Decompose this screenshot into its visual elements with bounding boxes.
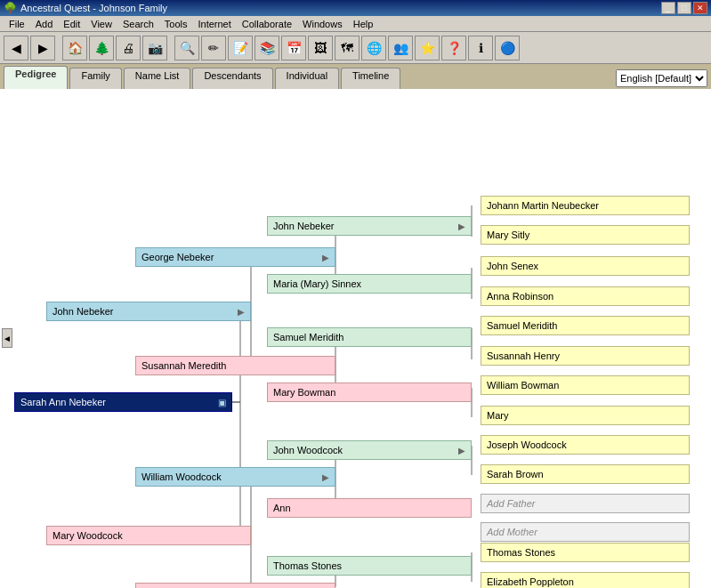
book-button[interactable]: 📚 [255, 36, 279, 60]
menu-internet[interactable]: Internet [192, 18, 236, 30]
forward-button[interactable]: ▶ [30, 36, 55, 60]
pedigree-chart: ◄ Sarah Ann Nebeker ▣ John Nebeker ▶ Mar… [0, 89, 711, 588]
person-name-william-woo: William Woodcock [141, 471, 222, 482]
toolbar: ◀ ▶ 🏠 🌲 🖨 📷 🔍 ✏ 📝 📚 📅 🖼 🗺 🌐 👥 ⭐ ❓ ℹ 🔵 [0, 32, 711, 64]
person-name-mary-woo: Mary Woodcock [53, 530, 123, 541]
help-button2[interactable]: ❓ [441, 36, 466, 60]
title-bar-icon: 🌳 [4, 2, 17, 14]
person-name-samuel-mer: Samuel Meridith [273, 332, 343, 342]
menu-windows[interactable]: Windows [297, 18, 348, 30]
person-name-maria-sin: Maria (Mary) Sinnex [273, 278, 361, 289]
person-name-johann-neu: Johann Martin Neubecker [487, 200, 599, 211]
person-thomas-sto[interactable]: Thomas Stones [267, 556, 472, 576]
person-name-john-sen: John Senex [487, 261, 538, 271]
person-name-john-neb: John Nebeker [53, 306, 114, 317]
person-maria-sin[interactable]: Maria (Mary) Sinnex [267, 274, 472, 294]
person-mary[interactable]: Mary [481, 406, 690, 425]
menu-file[interactable]: File [4, 18, 30, 30]
expand-indicator: ▣ [218, 398, 226, 407]
person-name-susannah-mer: Susannah Meredith [141, 360, 226, 371]
tab-timeline[interactable]: Timeline [341, 68, 400, 89]
person-susannah-hen[interactable]: Susannah Henry [481, 346, 690, 366]
tab-descendants[interactable]: Descendants [192, 68, 272, 89]
person-name-joseph-woo: Joseph Woodcock [487, 439, 567, 450]
menu-view[interactable]: View [85, 18, 117, 30]
person-susannah-mer[interactable]: Susannah Meredith [135, 356, 335, 375]
person-name-thomas-sto2: Thomas Stones [487, 547, 555, 558]
main-content: ◄ Sarah Ann Nebeker ▣ John Nebeker ▶ Mar… [0, 89, 711, 588]
person-johann-neu[interactable]: Johann Martin Neubecker [481, 196, 690, 215]
person-mary-bow[interactable]: Mary Bowman [267, 383, 472, 402]
menu-help[interactable]: Help [348, 18, 379, 30]
person-john-woo[interactable]: John Woodcock ▶ [267, 440, 472, 460]
person-william-bow[interactable]: William Bowman [481, 375, 690, 395]
close-button[interactable]: ✕ [693, 2, 707, 14]
person-name-samuel-mer2: Samuel Meridith [487, 320, 557, 331]
tab-family[interactable]: Family [69, 68, 121, 89]
person-george-neb[interactable]: George Nebeker ▶ [135, 247, 335, 267]
search-button[interactable]: 🔍 [174, 36, 199, 60]
person-joseph-woo[interactable]: Joseph Woodcock [481, 435, 690, 455]
person-mary-sit[interactable]: Mary Sitly [481, 225, 690, 245]
menu-tools[interactable]: Tools [159, 18, 193, 30]
nav-left-arrow[interactable]: ◄ [2, 328, 12, 348]
pedigree-inner: ◄ Sarah Ann Nebeker ▣ John Nebeker ▶ Mar… [0, 89, 703, 587]
info-button[interactable]: ℹ [468, 36, 493, 60]
note-button[interactable]: 📝 [228, 36, 253, 60]
person-name-sarah: Sarah Ann Nebeker [20, 397, 106, 407]
person-name-elizabeth-pop: Elizabeth Poppleton [487, 576, 574, 587]
title-bar: 🌳 Ancestral Quest - Johnson Family _ □ ✕ [0, 0, 711, 16]
edit-button[interactable]: ✏ [201, 36, 226, 60]
person-sarah-bro[interactable]: Sarah Brown [481, 464, 690, 484]
title-bar-controls: _ □ ✕ [661, 2, 707, 14]
menu-add[interactable]: Add [30, 18, 59, 30]
person-samuel-mer[interactable]: Samuel Meridith [267, 327, 472, 347]
person-samuel-mer2[interactable]: Samuel Meridith [481, 316, 690, 335]
calendar-button[interactable]: 📅 [281, 36, 306, 60]
menu-bar: File Add Edit View Search Tools Internet… [0, 16, 711, 32]
person-name-susannah-hen: Susannah Henry [487, 350, 560, 361]
person-name-william-bow: William Bowman [487, 380, 559, 391]
person-add-father1[interactable]: Add Father [481, 494, 690, 513]
home-button[interactable]: 🏠 [62, 36, 87, 60]
camera-button[interactable]: 📷 [142, 36, 167, 60]
tree-button[interactable]: 🌲 [89, 36, 114, 60]
add-father1-label: Add Father [487, 498, 535, 509]
menu-edit[interactable]: Edit [58, 18, 85, 30]
tab-namelist[interactable]: Name List [124, 68, 191, 89]
title-bar-text: Ancestral Quest - Johnson Family [20, 3, 167, 13]
map-button[interactable]: 🗺 [335, 36, 360, 60]
language-select[interactable]: English [Default] [616, 69, 707, 87]
person-john-neb2[interactable]: John Nebeker ▶ [267, 216, 472, 236]
print-button[interactable]: 🖨 [116, 36, 141, 60]
person-john-neb[interactable]: John Nebeker ▶ [46, 302, 251, 321]
back-button[interactable]: ◀ [4, 36, 28, 60]
person-thomas-sto2[interactable]: Thomas Stones [481, 543, 690, 562]
tab-bar: Pedigree Family Name List Descendants In… [0, 64, 711, 89]
person-john-sen[interactable]: John Senex [481, 256, 690, 276]
globe-button[interactable]: 🔵 [495, 36, 520, 60]
internet-button[interactable]: 🌐 [361, 36, 386, 60]
person-mary-woo[interactable]: Mary Woodcock [46, 526, 251, 545]
star-button[interactable]: ⭐ [415, 36, 440, 60]
person-sarah[interactable]: Sarah Ann Nebeker ▣ [14, 392, 232, 412]
person-name-thomas-sto: Thomas Stones [273, 560, 342, 571]
media-button[interactable]: 🖼 [308, 36, 333, 60]
person-name-mary-bow: Mary Bowman [273, 387, 335, 398]
minimize-button[interactable]: _ [661, 2, 675, 14]
menu-collaborate[interactable]: Collaborate [237, 18, 297, 30]
person-ann[interactable]: Ann [267, 498, 472, 518]
person-name-john-neb2: John Nebeker [273, 221, 335, 231]
add-mother1-label: Add Mother [487, 527, 537, 537]
people-button[interactable]: 👥 [388, 36, 413, 60]
person-hannah-sto[interactable]: Hannah Stones [135, 583, 335, 588]
tab-individual[interactable]: Individual [275, 68, 339, 89]
tab-pedigree[interactable]: Pedigree [4, 66, 68, 89]
maximize-button[interactable]: □ [677, 2, 691, 14]
menu-search[interactable]: Search [117, 18, 159, 30]
person-add-mother1[interactable]: Add Mother [481, 522, 690, 542]
person-name-anna-rob: Anna Robinson [487, 291, 553, 302]
person-anna-rob[interactable]: Anna Robinson [481, 286, 690, 306]
person-william-woo[interactable]: William Woodcock ▶ [135, 467, 335, 487]
person-elizabeth-pop[interactable]: Elizabeth Poppleton [481, 572, 690, 588]
